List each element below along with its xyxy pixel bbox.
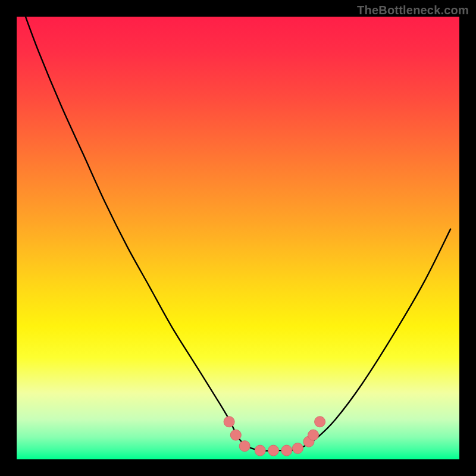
marker-point: [315, 416, 325, 427]
bottleneck-curve: [26, 17, 450, 451]
watermark-text: TheBottleneck.com: [357, 4, 469, 17]
chart-svg: [17, 17, 459, 459]
plot-area: [17, 17, 459, 459]
marker-point: [308, 430, 319, 440]
marker-point: [268, 445, 279, 456]
marker-point: [255, 445, 265, 456]
marker-point: [292, 443, 303, 453]
marker-group: [224, 416, 325, 456]
marker-point: [224, 416, 234, 427]
marker-point: [230, 430, 241, 440]
marker-point: [239, 441, 250, 452]
marker-point: [281, 445, 292, 456]
chart-frame: TheBottleneck.com: [0, 0, 476, 476]
